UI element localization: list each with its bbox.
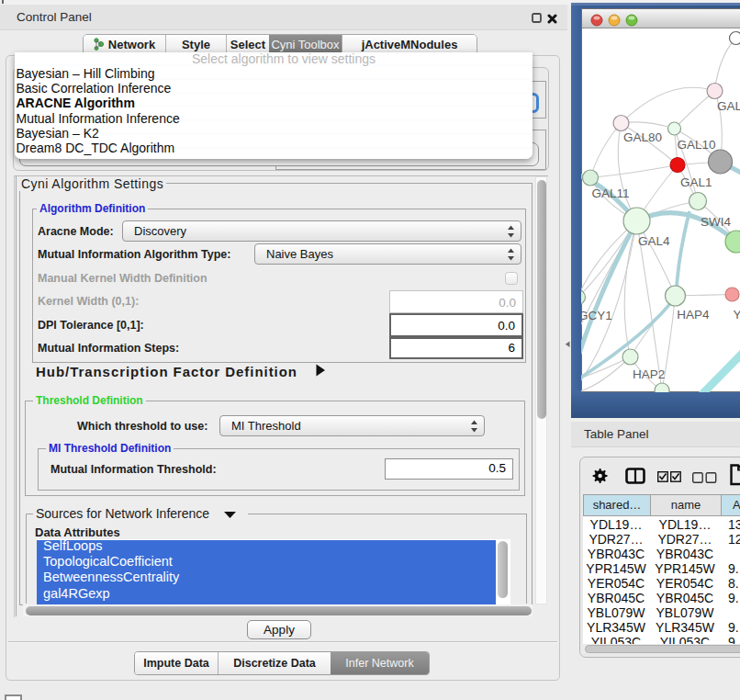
svg-text:GAL10: GAL10 xyxy=(678,138,716,152)
svg-text:GAL80: GAL80 xyxy=(623,130,662,144)
svg-text:GCY1: GCY1 xyxy=(581,309,612,322)
svg-text:Y: Y xyxy=(733,308,740,322)
svg-text:HAP2: HAP2 xyxy=(633,367,665,381)
svg-text:HAP4: HAP4 xyxy=(677,308,710,322)
svg-text:GAL11: GAL11 xyxy=(591,186,629,200)
svg-text:SWI4: SWI4 xyxy=(701,215,731,229)
svg-text:GAL: GAL xyxy=(717,99,740,113)
svg-text:GAL4: GAL4 xyxy=(638,234,670,248)
svg-text:GAL1: GAL1 xyxy=(680,175,712,189)
